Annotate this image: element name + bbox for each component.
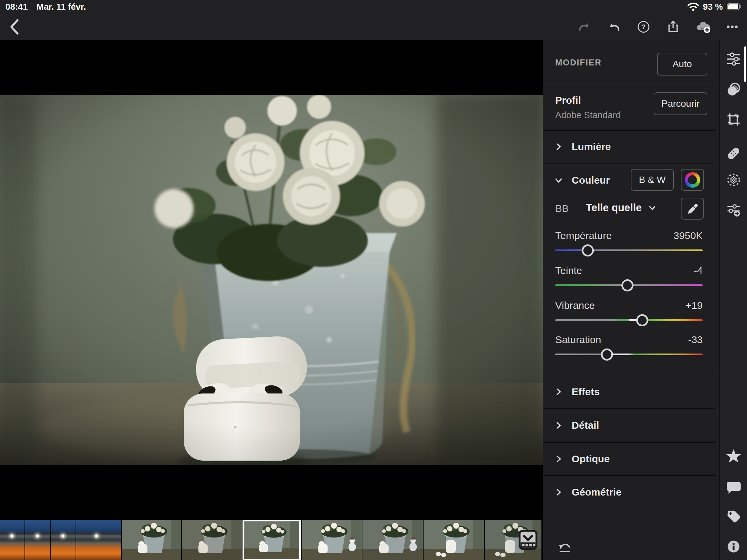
wb-eyedropper-button[interactable] — [681, 198, 704, 219]
cloud-add-icon[interactable] — [696, 20, 710, 33]
slider-teinte: Teinte -4 — [555, 265, 703, 276]
slider-value: -33 — [688, 334, 703, 345]
crop-rotate-icon[interactable] — [725, 111, 742, 128]
clock: 08:41 — [5, 2, 28, 12]
filmstrip-thumb[interactable] — [302, 520, 362, 560]
white-balance-value: Telle quelle — [586, 202, 642, 214]
chevron-right-icon — [554, 487, 563, 497]
filmstrip-thumb[interactable] — [122, 520, 181, 560]
filmstrip-thumb-selected[interactable] — [242, 520, 301, 560]
saturation-track[interactable] — [555, 353, 703, 355]
slider-value: 3950K — [673, 230, 703, 241]
color-mix-button[interactable] — [681, 169, 704, 191]
panel-scrollbar[interactable] — [744, 46, 746, 82]
tint-track[interactable] — [555, 284, 703, 286]
battery-percent: 93 % — [703, 2, 723, 12]
white-balance-select[interactable]: Telle quelle — [586, 202, 656, 214]
slider-label: Vibrance — [555, 300, 595, 311]
battery-icon — [727, 3, 742, 11]
reset-edits-button[interactable] — [558, 540, 572, 555]
temperature-knob[interactable] — [582, 244, 594, 257]
lightroom-edit-screen: 08:41 Mar. 11 févr. 93 % ? — [0, 0, 747, 560]
undo-icon[interactable] — [607, 20, 621, 33]
auto-button[interactable]: Auto — [657, 53, 707, 76]
chevron-right-icon — [554, 454, 563, 464]
info-icon[interactable] — [725, 538, 742, 555]
chevron-right-icon — [554, 142, 563, 152]
back-button[interactable] — [7, 18, 22, 36]
slider-temperature: Température 3950K — [555, 230, 703, 241]
healing-bandaid-icon[interactable] — [725, 145, 742, 161]
section-label: Couleur — [572, 175, 610, 186]
redo-icon[interactable] — [578, 20, 591, 33]
bw-button[interactable]: B & W — [631, 169, 674, 191]
slider-saturation: Saturation -33 — [555, 334, 703, 345]
rating-star-icon[interactable] — [725, 448, 742, 464]
section-label: Lumière — [572, 141, 611, 153]
date: Mar. 11 févr. — [36, 2, 86, 12]
section-label: Optique — [572, 453, 610, 465]
top-toolbar: ? — [0, 14, 747, 40]
profile-value: Adobe Standard — [555, 110, 621, 121]
slider-label: Température — [555, 230, 612, 241]
eyedropper-icon — [686, 202, 699, 216]
filmstrip-thumb[interactable] — [362, 520, 423, 560]
wifi-icon — [688, 2, 699, 11]
section-label: Effets — [572, 386, 599, 398]
tool-rail — [719, 40, 747, 560]
browse-profiles-button[interactable]: Parcourir — [654, 92, 707, 115]
slider-label: Teinte — [555, 265, 582, 276]
comment-bubble-icon[interactable] — [725, 479, 742, 495]
profile-label: Profil — [555, 95, 581, 106]
slider-value: +19 — [686, 300, 703, 311]
vibrance-track[interactable] — [555, 319, 703, 321]
filmstrip-thumb[interactable] — [182, 520, 242, 560]
more-icon[interactable] — [725, 20, 739, 33]
photo-canvas[interactable] — [0, 40, 543, 520]
filmstrip — [0, 520, 543, 560]
color-wheel-icon — [685, 172, 700, 188]
status-bar: 08:41 Mar. 11 févr. 93 % — [0, 0, 747, 14]
divider — [543, 509, 715, 509]
vibrance-knob[interactable] — [636, 314, 648, 326]
chevron-down-icon — [554, 176, 563, 185]
help-icon[interactable]: ? — [637, 20, 650, 33]
local-adjust-icon[interactable] — [725, 202, 742, 218]
divider — [543, 375, 715, 375]
section-label: Détail — [572, 420, 599, 431]
svg-text:?: ? — [642, 23, 646, 31]
filmstrip-thumb[interactable] — [76, 520, 121, 560]
edit-panel: MODIFIER Auto Profil Adobe Standard Parc… — [543, 40, 719, 560]
divider — [543, 82, 715, 82]
slider-vibrance: Vibrance +19 — [555, 300, 703, 311]
chevron-right-icon — [554, 387, 563, 397]
filmstrip-thumb[interactable] — [0, 520, 25, 560]
slider-label: Saturation — [555, 334, 601, 345]
masking-icon[interactable] — [725, 172, 742, 188]
divider — [543, 475, 715, 476]
panel-title: MODIFIER — [555, 58, 601, 68]
slider-value: -4 — [694, 265, 703, 276]
chevron-down-icon — [648, 204, 656, 212]
divider — [543, 130, 715, 131]
lens-blur-icon[interactable] — [725, 82, 742, 98]
thumbnail-picker-badge — [519, 529, 537, 550]
photo-flowerpot-airpods — [0, 95, 543, 465]
chevron-right-icon — [554, 421, 563, 430]
divider — [543, 442, 715, 443]
temperature-track[interactable] — [555, 249, 703, 251]
divider — [543, 408, 715, 408]
filmstrip-thumb[interactable] — [25, 520, 50, 560]
keyword-tag-icon[interactable] — [725, 509, 742, 525]
filmstrip-thumb[interactable] — [485, 520, 541, 560]
divider — [543, 163, 715, 164]
white-balance-label: BB — [555, 203, 569, 214]
edit-sliders-icon[interactable] — [725, 51, 742, 67]
saturation-knob[interactable] — [601, 348, 613, 361]
filmstrip-thumb[interactable] — [51, 520, 76, 560]
share-icon[interactable] — [666, 20, 680, 33]
filmstrip-thumb[interactable] — [423, 520, 484, 560]
section-label: Géométrie — [572, 486, 621, 498]
tint-knob[interactable] — [621, 279, 634, 291]
